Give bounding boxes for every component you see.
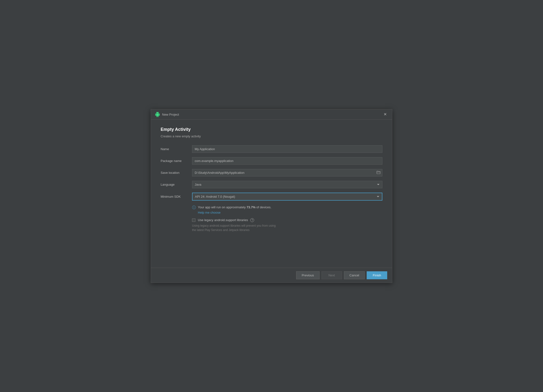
package-row: Package name	[161, 157, 382, 165]
package-label: Package name	[161, 159, 192, 163]
save-location-label: Save location	[161, 171, 192, 175]
folder-icon	[377, 171, 380, 174]
android-icon	[155, 112, 160, 117]
language-row: Language Java Kotlin	[161, 181, 382, 188]
name-input[interactable]	[192, 145, 382, 153]
legacy-help-icon[interactable]: ?	[250, 218, 254, 222]
sdk-info-text: Your app will run on approximately 73.7%…	[198, 205, 272, 209]
save-location-field	[192, 169, 382, 176]
name-label: Name	[161, 147, 192, 151]
sdk-info-row: ⓘ Your app will run on approximately 73.…	[192, 205, 382, 214]
save-location-row: Save location	[161, 169, 382, 176]
finish-button[interactable]: Finish	[367, 271, 387, 279]
minimum-sdk-select[interactable]: API 21: Android 5.0 (Lollipop) API 22: A…	[192, 193, 382, 201]
language-label: Language	[161, 183, 192, 186]
language-select[interactable]: Java Kotlin	[192, 181, 382, 188]
previous-button[interactable]: Previous	[296, 271, 320, 279]
legacy-description: Using legacy android.support libraries w…	[192, 224, 382, 232]
activity-title: Empty Activity	[161, 127, 382, 132]
cancel-button[interactable]: Cancel	[344, 271, 365, 279]
title-bar-left: New Project	[155, 112, 179, 117]
info-icon: ⓘ	[192, 205, 196, 210]
sdk-info-prefix: Your app will run on approximately	[198, 205, 247, 209]
title-bar: New Project ✕	[151, 109, 392, 120]
dialog-footer: Previous Next Cancel Finish	[151, 268, 392, 283]
minimum-sdk-label: Minimum SDK	[161, 195, 192, 198]
package-input[interactable]	[192, 157, 382, 165]
legacy-checkbox-row: Use legacy android.support libraries ?	[192, 218, 382, 222]
new-project-dialog: New Project ✕ Empty Activity Creates a n…	[151, 109, 392, 283]
dialog-content: Empty Activity Creates a new empty activ…	[151, 120, 392, 268]
legacy-label: Use legacy android.support libraries	[198, 218, 248, 222]
sdk-percentage: 73.7%	[247, 205, 256, 209]
browse-folder-button[interactable]	[375, 170, 382, 176]
help-link[interactable]: Help me choose	[198, 211, 272, 214]
sdk-info-suffix: of devices.	[256, 205, 272, 209]
close-button[interactable]: ✕	[382, 112, 388, 117]
activity-description: Creates a new empty activity	[161, 134, 382, 138]
minimum-sdk-row: Minimum SDK API 21: Android 5.0 (Lollipo…	[161, 193, 382, 201]
save-location-input[interactable]	[192, 169, 382, 176]
legacy-checkbox[interactable]	[192, 218, 195, 222]
dialog-title: New Project	[162, 113, 179, 116]
sdk-info-content: Your app will run on approximately 73.7%…	[198, 205, 272, 214]
name-row: Name	[161, 145, 382, 153]
next-button[interactable]: Next	[322, 271, 342, 279]
